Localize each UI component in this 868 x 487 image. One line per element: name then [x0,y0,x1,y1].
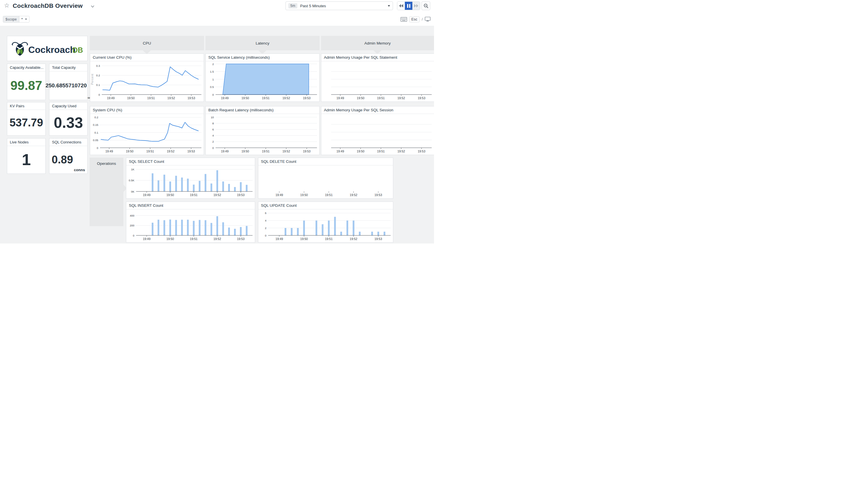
svg-text:19:50: 19:50 [357,96,364,100]
logo-word: Cockroach [28,44,75,55]
esc-button[interactable]: Esc [409,17,420,22]
svg-text:19:51: 19:51 [377,96,384,100]
chart-title: Batch Request Latency (milliseconds) [206,107,319,114]
stat-sql-connections: SQL Connections 0.89 conns [49,138,88,174]
zoom-out-button[interactable] [422,1,430,10]
svg-text:1: 1 [212,78,214,81]
svg-text:0.3: 0.3 [96,64,100,67]
svg-text:19:49: 19:49 [336,149,344,153]
svg-text:19:50: 19:50 [242,96,249,100]
group-header-latency[interactable]: Latency [206,36,319,50]
sql-insert-count-chart[interactable]: 020040019:4919:5019:5119:5219:53 [126,210,255,242]
svg-text:0.5K: 0.5K [129,179,134,182]
group-header-admin-memory[interactable]: Admin Memory [321,36,434,50]
svg-text:400: 400 [130,214,134,217]
chart-title: SQL DELETE Count [258,158,393,165]
chart-panel-admin-mem-session: Admin Memory Usage Per SQL Session 19:49… [321,106,434,155]
fast-forward-button[interactable] [412,2,420,10]
chart-panel-system-cpu: System CPU (%) 00.050.10.150.219:4919:50… [90,106,204,155]
system-cpu-chart[interactable]: 00.050.10.150.219:4919:5019:5119:5219:53 [90,114,204,155]
rewind-button[interactable] [397,2,405,10]
svg-text:8: 8 [212,122,214,125]
stat-value: 537.79 [9,117,43,128]
svg-text:1K: 1K [131,168,134,171]
current-user-cpu-chart[interactable]: 00.10.20.319:4919:5019:5119:5219:53Perce… [90,62,204,102]
stat-value: 250.6855710720 [45,83,87,88]
group-header-cpu[interactable]: CPU [90,36,204,50]
svg-text:0: 0 [98,93,100,96]
group-label: Latency [256,41,269,46]
svg-text:19:53: 19:53 [418,149,425,153]
chart-panel-current-user-cpu: Current User CPU (%) 00.10.20.319:4919:5… [90,54,204,102]
time-range-label: Past 5 Minutes [300,4,388,8]
pause-button[interactable] [405,2,412,10]
sql-service-latency-chart[interactable]: 00.511.5219:4919:5019:5119:5219:53 [206,62,319,102]
group-label: CPU [143,41,151,46]
stat-unit: conns [74,168,85,172]
page-title: CockroachDB Overview [13,2,83,9]
stat-live-nodes: Live Nodes 1 [7,138,45,174]
svg-text:19:51: 19:51 [325,193,333,197]
stat-value: 0.33 [54,115,83,130]
batch-request-latency-chart[interactable]: 024681019:4919:5019:5119:5219:53 [206,114,319,155]
svg-text:19:53: 19:53 [418,96,425,100]
svg-text:6: 6 [265,211,267,214]
fullscreen-monitor-icon[interactable] [425,17,431,22]
chart-panel-batch-request-latency: Batch Request Latency (milliseconds) 024… [206,106,319,155]
group-label: Admin Memory [364,41,391,46]
svg-text:19:51: 19:51 [325,237,333,240]
svg-text:0.15: 0.15 [93,123,98,126]
svg-text:19:52: 19:52 [167,96,175,100]
scope-caret-icon [25,19,27,20]
svg-text:19:53: 19:53 [374,237,382,240]
admin-memory-statement-chart[interactable]: 19:4919:5019:5119:5219:53 [321,62,434,102]
svg-text:19:50: 19:50 [166,193,174,197]
chart-title: SQL SELECT Count [126,158,255,165]
stat-title: Capacity Available... [7,64,45,71]
chart-panel-sql-service-latency: SQL Service Latency (milliseconds) 00.51… [206,54,319,102]
svg-text:19:52: 19:52 [397,149,405,153]
svg-text:19:53: 19:53 [237,193,244,197]
sql-select-count-chart[interactable]: 0K0.5K1K19:4919:5019:5119:5219:53 [126,166,255,198]
chart-panel-admin-mem-statement: Admin Memory Usage Per SQL Statement 19:… [321,54,434,102]
stat-value: 1 [22,151,31,168]
keyboard-icon[interactable] [401,17,407,22]
svg-text:19:51: 19:51 [377,149,384,153]
svg-text:19:49: 19:49 [143,193,150,197]
scope-value-select[interactable]: * [19,16,29,22]
favorite-star-icon[interactable]: ☆ [4,2,9,9]
time-range-select[interactable]: 5m Past 5 Minutes [285,1,393,10]
svg-text:19:51: 19:51 [190,237,197,240]
svg-text:19:52: 19:52 [350,237,357,240]
svg-text:19:49: 19:49 [275,237,283,240]
svg-text:19:51: 19:51 [262,149,270,153]
scope-value-label: * [21,17,23,21]
svg-text:19:49: 19:49 [221,149,228,153]
svg-text:19:50: 19:50 [300,193,308,197]
svg-text:0: 0 [265,234,267,237]
stat-total-capacity: Total Capacity 250.6855710720 GB [49,64,88,100]
svg-text:4: 4 [265,219,267,222]
admin-memory-session-chart[interactable]: 19:4919:5019:5119:5219:53 [321,114,434,155]
svg-text:19:50: 19:50 [166,237,174,240]
svg-text:19:50: 19:50 [242,149,249,153]
svg-text:19:51: 19:51 [190,193,197,197]
shortcut-hint-row: Esc / [401,16,431,23]
group-header-operations[interactable]: Operations [90,157,123,226]
svg-text:0.2: 0.2 [94,116,98,119]
stat-value: 0.89 [52,154,73,165]
chart-panel-sql-select: SQL SELECT Count 0K0.5K1K19:4919:5019:51… [126,157,255,199]
cockroachdb-logo-panel: Cockroach DB [7,36,88,61]
svg-text:19:52: 19:52 [397,96,405,100]
time-range-caret-icon [388,5,390,7]
cockroachdb-logo: Cockroach DB [11,40,84,57]
chart-panel-sql-delete: SQL DELETE Count 19:4919:5019:5119:5219:… [258,157,393,199]
svg-text:19:51: 19:51 [147,149,154,153]
title-chevron-down-icon[interactable] [91,5,94,8]
sql-update-count-chart[interactable]: 024619:4919:5019:5119:5219:53 [258,210,393,242]
template-variable-scope[interactable]: $scope * [3,16,29,23]
scope-name-label: $scope [3,16,19,22]
sql-delete-count-chart[interactable]: 19:4919:5019:5119:5219:53 [258,166,393,198]
zoom-out-icon [424,3,429,8]
svg-text:19:52: 19:52 [350,193,357,197]
